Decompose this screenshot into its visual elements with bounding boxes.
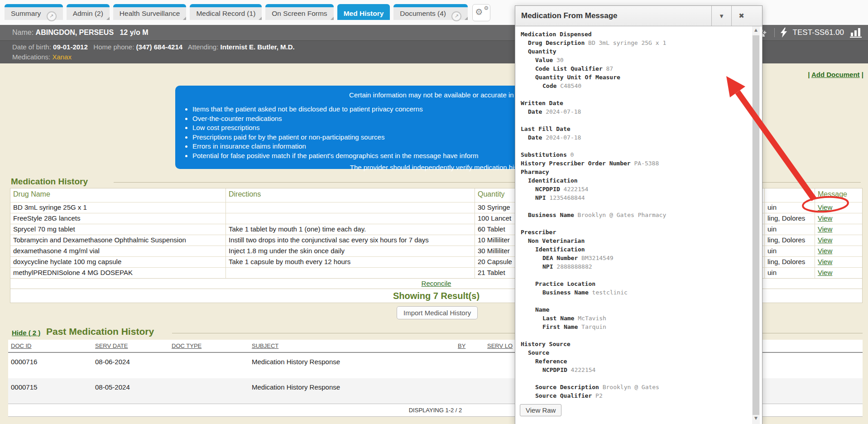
view-raw-button[interactable]: View Raw (520, 404, 561, 416)
system-id: TEST-SS61.00 (793, 28, 844, 37)
medication-from-message-dialog: Medication From Message ▼ ✖ Medication D… (515, 5, 762, 424)
modal-text-line (521, 142, 748, 150)
directions-cell: Take 1 tablet by mouth 1 (one) time each… (225, 224, 475, 235)
drug-name-cell: doxycycline hyclate 100 mg capsule (10, 257, 225, 267)
scrollbar-thumb[interactable] (753, 35, 759, 415)
phone-label: Home phone: (93, 43, 134, 51)
add-document-link[interactable]: Add Document (811, 71, 860, 78)
modal-text-line: NCPDPID 4222154 (521, 185, 748, 193)
modal-text-line (521, 297, 748, 305)
close-icon: ✖ (739, 12, 744, 20)
modal-text-line: Drug Description BD 3mL syringe 25G x 1 (521, 39, 748, 47)
chevron-down-icon: ▼ (720, 14, 724, 19)
tab-label: Med History (344, 10, 384, 17)
col-doc-type[interactable]: DOC TYPE (169, 340, 249, 352)
view-message-link[interactable]: View (818, 225, 832, 233)
reconcile-link[interactable]: Reconcile (422, 279, 451, 287)
chart-icon[interactable] (850, 28, 862, 38)
modal-text-line: Quantity Unit Of Measure (521, 73, 748, 82)
col-serv-date[interactable]: SERV DATE (92, 340, 169, 352)
tab-med-history[interactable]: Med History ↗ (337, 4, 390, 20)
tab-label: Health Surveillance (120, 10, 180, 17)
import-medical-history-button[interactable]: Import Medical History (397, 306, 478, 319)
directions-cell: Take 1 capsule by mouth every 12 hours (225, 257, 475, 267)
prescriber-cell: uin (764, 224, 815, 235)
patient-age-sex: 12 y/o M (120, 29, 148, 36)
modal-text-line: NCPDPID 4222154 (521, 366, 748, 374)
open-in-new-icon[interactable]: ↗ (451, 11, 461, 21)
modal-text-line: Business Name Brooklyn @ Gates Pharmacy (521, 211, 748, 219)
prescriber-cell: uin (764, 246, 815, 256)
prescriber-cell: uin (764, 202, 815, 213)
tab-label: On Screen Forms (272, 10, 327, 17)
col-prescriber (764, 188, 815, 202)
modal-text-line (521, 374, 748, 383)
titlebar-tools: TEST-SS61.00 (757, 28, 868, 38)
serv-date-cell: 08-06-2024 (92, 353, 169, 378)
tab-label: Summary (11, 10, 41, 17)
view-message-link[interactable]: View (818, 203, 832, 211)
dialog-title: Medication From Message (515, 11, 711, 20)
lightning-icon[interactable] (781, 28, 787, 38)
view-message-link[interactable]: View (818, 258, 832, 265)
drug-name-cell: BD 3mL syringe 25G x 1 (10, 202, 225, 213)
name-label: Name: (12, 29, 34, 36)
tab-summary[interactable]: Summary ↗ (5, 4, 63, 20)
modal-text-line: Quantity (521, 47, 748, 56)
dialog-collapse-button[interactable]: ▼ (711, 6, 731, 26)
patient-name: ABINGDON, PERSEUS (36, 29, 114, 36)
dialog-header[interactable]: Medication From Message ▼ ✖ (515, 6, 762, 26)
modal-text-line: History Source (521, 340, 748, 348)
gear-icon-small: ⚙ (484, 5, 489, 11)
dob-value: 09-01-2012 (53, 43, 88, 51)
dialog-close-button[interactable]: ✖ (731, 6, 751, 26)
attending-value: Internist E. Butler, M.D. (221, 43, 295, 51)
tab-medical-record-1-[interactable]: Medical Record (1) ↗ (190, 4, 262, 20)
view-message-link[interactable]: View (818, 269, 832, 276)
subject-cell: Medication History Response (249, 353, 455, 378)
drug-name-cell: Tobramycin and Dexamethasone Ophthalmic … (10, 235, 225, 246)
tab-admin-2-[interactable]: Admin (2) ↗ (67, 4, 110, 20)
medications-label: Medications: (12, 53, 50, 61)
col-by[interactable]: BY (455, 340, 484, 352)
settings-button[interactable]: ⚙ ⚙ (472, 4, 490, 21)
col-subject[interactable]: SUBJECT (249, 340, 455, 352)
modal-text-line: Value 30 (521, 56, 748, 64)
attending-label: Attending: (188, 43, 219, 51)
modal-text-line: Code List Qualifier 87 (521, 64, 748, 73)
phone-value: (347) 684-4214 (136, 43, 183, 51)
view-message-link[interactable]: View (818, 236, 832, 244)
open-in-new-icon[interactable]: ↗ (47, 11, 57, 21)
modal-text-line: Non Veterinarian (521, 236, 748, 245)
modal-text-line: Source Qualifier P2 (521, 391, 748, 400)
tab-documents-4-[interactable]: Documents (4) ↗ (393, 4, 468, 20)
drug-name-cell: dexamethasone 4 mg/ml vial (10, 246, 225, 256)
patient-identity: Name: ABINGDON, PERSEUS 12 y/o M (0, 29, 149, 37)
tab-on-screen-forms[interactable]: On Screen Forms ↗ (265, 4, 333, 20)
patient-demographics: Date of birth: 09-01-2012 Home phone: (3… (12, 43, 295, 51)
scroll-down-icon[interactable]: ▼ (752, 414, 760, 422)
modal-text-line (521, 202, 748, 211)
past-history-heading: Past Medication History (46, 326, 154, 337)
medications-value[interactable]: Xanax (52, 53, 72, 61)
modal-text-line: NPI 1235468844 (521, 193, 748, 202)
col-doc-id[interactable]: DOC ID (8, 340, 92, 352)
modal-text-line (521, 331, 748, 340)
col-drug-name: Drug Name (10, 188, 225, 202)
modal-text-line: First Name Tarquin (521, 323, 748, 331)
view-message-link[interactable]: View (818, 214, 832, 222)
modal-text-line (521, 90, 748, 99)
tab-health-surveillance[interactable]: Health Surveillance ↗ (113, 4, 187, 20)
doc-type-cell (169, 353, 249, 378)
dialog-scrollbar[interactable]: ▲ ▼ (752, 26, 760, 424)
modal-text-line: Reference (521, 357, 748, 366)
directions-cell: Instill two drops into the conjunctival … (225, 235, 475, 246)
modal-text-line: Business Name testclinic (521, 288, 748, 297)
hide-link[interactable]: Hide ( 2 ) (12, 329, 40, 337)
scroll-up-icon[interactable]: ▲ (752, 26, 760, 34)
directions-cell: Inject 1.8 mg under the skin once daily (225, 246, 475, 256)
view-message-link[interactable]: View (818, 247, 832, 255)
dob-label: Date of birth: (12, 43, 51, 51)
tab-label: Medical Record (1) (196, 10, 255, 17)
modal-text-line: Name (521, 305, 748, 314)
